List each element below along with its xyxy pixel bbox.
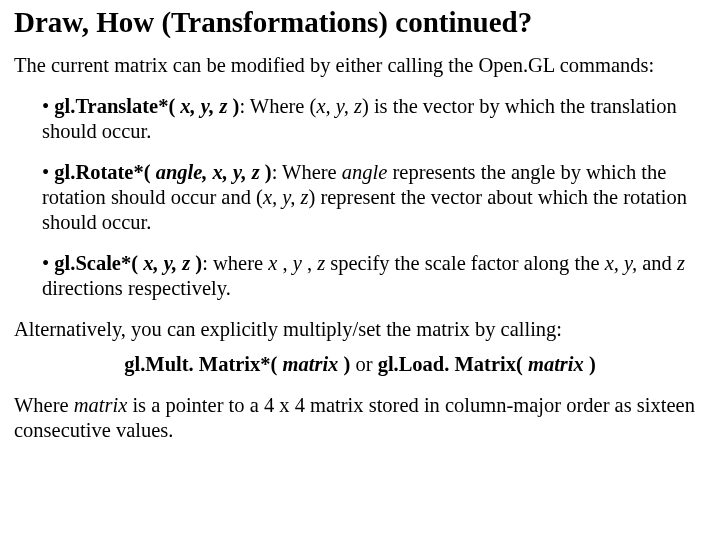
sig-or: or [350, 353, 377, 375]
fn-name-translate: gl.Translate*( [54, 95, 180, 117]
loadmatrix-close: ) [584, 353, 596, 375]
matrix-signatures: gl.Mult. Matrix*( matrix ) or gl.Load. M… [14, 352, 706, 377]
bullet-marker: • [42, 161, 54, 183]
fn-name-multmatrix: gl.Mult. Matrix*( [124, 353, 282, 375]
bullet-marker: • [42, 252, 54, 274]
where-pre: Where [14, 394, 74, 416]
fn-close-rotate: ) [260, 161, 272, 183]
scale-x: x [268, 252, 277, 274]
fn-name-rotate: gl.Rotate*( [54, 161, 155, 183]
where-paragraph: Where matrix is a pointer to a 4 x 4 mat… [14, 393, 706, 443]
fn-args-scale: x, y, z [143, 252, 190, 274]
fn-args-rotate: angle, x, y, z [156, 161, 260, 183]
scale-xyz: x, y, [605, 252, 637, 274]
scale-z: z [317, 252, 325, 274]
fn-close-translate: ) [227, 95, 239, 117]
scale-y: y [293, 252, 302, 274]
scale-desc-2: specify the scale factor along the [325, 252, 604, 274]
bullet-translate: • gl.Translate*( x, y, z ): Where (x, y,… [42, 94, 706, 144]
rotate-angle: angle [342, 161, 388, 183]
scale-desc-1: : where [202, 252, 268, 274]
where-matrix: matrix [74, 394, 128, 416]
alt-paragraph: Alternatively, you can explicitly multip… [14, 317, 706, 342]
scale-mid-1: , [277, 252, 292, 274]
fn-close-scale: ) [190, 252, 202, 274]
translate-desc-1: : Where ( [239, 95, 316, 117]
bullet-scale: • gl.Scale*( x, y, z ): where x , y , z … [42, 251, 706, 301]
intro-paragraph: The current matrix can be modified by ei… [14, 53, 706, 78]
slide-title: Draw, How (Transformations) continued? [14, 6, 706, 39]
rotate-desc-1: : Where [272, 161, 342, 183]
slide-root: Draw, How (Transformations) continued? T… [0, 0, 720, 540]
multmatrix-arg: matrix [283, 353, 339, 375]
fn-name-scale: gl.Scale*( [54, 252, 143, 274]
bullet-rotate: • gl.Rotate*( angle, x, y, z ): Where an… [42, 160, 706, 235]
multmatrix-close: ) [338, 353, 350, 375]
fn-name-loadmatrix: gl.Load. Matrix( [378, 353, 528, 375]
rotate-vec: x, y, z [263, 186, 309, 208]
scale-zz: z [677, 252, 685, 274]
translate-vec: x, y, z [316, 95, 362, 117]
loadmatrix-arg: matrix [528, 353, 584, 375]
bullet-marker: • [42, 95, 54, 117]
fn-args-translate: x, y, z [180, 95, 227, 117]
scale-mid-2: , [302, 252, 317, 274]
scale-mid-3: and [637, 252, 677, 274]
scale-desc-3: directions respectively. [42, 277, 231, 299]
